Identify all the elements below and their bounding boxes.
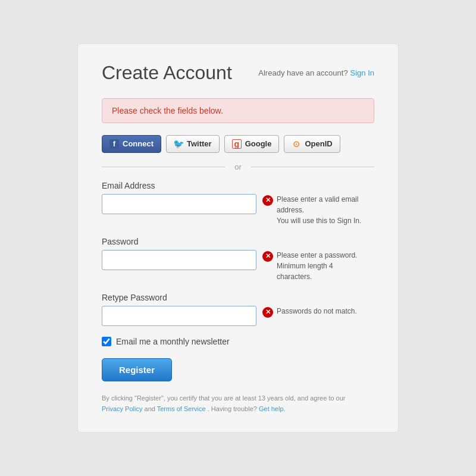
email-error-text: Please enter a valid email address. You … xyxy=(277,194,361,226)
openid-icon: ⊙ xyxy=(292,139,301,149)
password-error-icon: ✕ xyxy=(262,251,273,262)
email-input[interactable] xyxy=(102,194,256,214)
card-header: Create Account Already have an account? … xyxy=(102,62,374,84)
facebook-button-label: Connect xyxy=(123,139,154,148)
password-label: Password xyxy=(102,237,374,246)
google-button[interactable]: g Google xyxy=(224,135,280,153)
page-title: Create Account xyxy=(102,62,232,84)
password-error: ✕ Please enter a password. Minimum lengt… xyxy=(262,250,357,282)
password-input[interactable] xyxy=(102,250,256,270)
email-row: ✕ Please enter a valid email address. Yo… xyxy=(102,194,374,226)
error-banner: Please check the fields below. xyxy=(102,98,374,123)
retype-password-error: ✕ Passwords do not match. xyxy=(262,306,357,318)
email-error-icon: ✕ xyxy=(262,195,273,206)
retype-password-group: Retype Password ✕ Passwords do not match… xyxy=(102,293,374,326)
retype-password-row: ✕ Passwords do not match. xyxy=(102,306,374,326)
legal-text: By clicking "Register", you certify that… xyxy=(102,393,374,414)
newsletter-checkbox[interactable] xyxy=(102,337,111,346)
twitter-button[interactable]: 🐦 Twitter xyxy=(166,135,220,153)
facebook-icon: f xyxy=(109,139,119,149)
google-icon: g xyxy=(232,139,242,149)
newsletter-label[interactable]: Email me a monthly newsletter xyxy=(116,337,230,346)
already-text: Already have an account? xyxy=(258,68,347,77)
create-account-card: Create Account Already have an account? … xyxy=(77,43,399,433)
retype-password-error-icon: ✕ xyxy=(262,307,273,318)
retype-password-input[interactable] xyxy=(102,306,256,326)
twitter-icon: 🐦 xyxy=(174,139,183,149)
twitter-button-label: Twitter xyxy=(187,139,212,148)
password-error-text: Please enter a password. Minimum length … xyxy=(277,250,357,282)
password-group: Password ✕ Please enter a password. Mini… xyxy=(102,237,374,282)
email-label: Email Address xyxy=(102,181,374,190)
openid-button-label: OpenID xyxy=(305,139,332,148)
newsletter-row: Email me a monthly newsletter xyxy=(102,337,374,346)
openid-button[interactable]: ⊙ OpenID xyxy=(284,135,340,153)
get-help-link[interactable]: Get help. xyxy=(259,405,286,412)
privacy-policy-link[interactable]: Privacy Policy xyxy=(102,405,142,412)
social-buttons: f Connect 🐦 Twitter g Google ⊙ OpenID xyxy=(102,135,374,153)
retype-password-label: Retype Password xyxy=(102,293,374,302)
google-button-label: Google xyxy=(245,139,272,148)
or-divider: or xyxy=(102,162,374,171)
sign-in-link[interactable]: Sign In xyxy=(350,68,374,77)
register-button[interactable]: Register xyxy=(102,358,172,381)
retype-password-error-text: Passwords do not match. xyxy=(277,306,357,317)
facebook-connect-button[interactable]: f Connect xyxy=(102,135,161,153)
terms-of-service-link[interactable]: Terms of Service xyxy=(157,405,206,412)
sign-in-prompt: Already have an account? Sign In xyxy=(258,68,374,77)
email-error: ✕ Please enter a valid email address. Yo… xyxy=(262,194,361,226)
password-row: ✕ Please enter a password. Minimum lengt… xyxy=(102,250,374,282)
email-group: Email Address ✕ Please enter a valid ema… xyxy=(102,181,374,226)
